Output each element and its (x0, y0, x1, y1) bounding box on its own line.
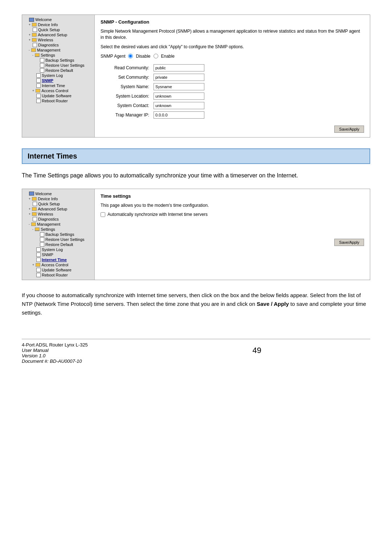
document-icon (40, 63, 44, 67)
tree-expand[interactable]: + (29, 38, 30, 42)
footer-page: 49 (253, 346, 261, 355)
document-icon (36, 83, 41, 88)
field-input[interactable] (154, 102, 204, 109)
document-icon (36, 94, 41, 98)
time-title: Time settings (101, 193, 364, 199)
tree-item[interactable]: Reboot Router (22, 98, 94, 103)
document-icon (33, 202, 37, 206)
field-input[interactable] (154, 83, 204, 90)
tree-expand[interactable]: + (29, 33, 30, 37)
tree-item[interactable]: +Access Control (22, 88, 94, 93)
tree-expand[interactable]: - (29, 222, 30, 226)
snmp-agent-row: SNMP Agent Disable Enable (101, 54, 364, 59)
tree-item[interactable]: -Settings (22, 227, 94, 232)
folder-icon (36, 89, 40, 93)
tree-item[interactable]: Welcome (22, 191, 94, 196)
snmp-enable-radio[interactable] (154, 54, 158, 58)
document-icon (33, 217, 37, 221)
auto-sync-label: Automatically synchronize with Internet … (107, 212, 208, 217)
tree-item[interactable]: Quick Setup (22, 201, 94, 206)
tree-item[interactable]: -Management (22, 222, 94, 227)
snmp-sidebar: Welcome+Device InfoQuick Setup+Advanced … (22, 15, 95, 137)
folder-icon (32, 197, 37, 201)
document-icon (40, 232, 44, 237)
document-icon (36, 247, 41, 252)
tree-item[interactable]: Diagnostics (22, 42, 94, 48)
folder-icon (32, 38, 37, 42)
snmp-save-button[interactable]: Save/Apply (334, 126, 364, 133)
tree-item[interactable]: +Advanced Setup (22, 206, 94, 212)
tree-item[interactable]: -Management (22, 48, 94, 53)
document-icon (40, 68, 44, 73)
tree-item[interactable]: System Log (22, 73, 94, 78)
snmp-enable-label: Enable (161, 54, 175, 59)
tree-item-label: SNMP (42, 253, 53, 257)
tree-item[interactable]: +Wireless (22, 37, 94, 42)
tree-item-label: SNMP (42, 78, 53, 83)
computer-icon (29, 192, 34, 196)
tree-item[interactable]: +Device Info (22, 22, 94, 27)
field-input[interactable] (154, 74, 204, 81)
tree-item[interactable]: Quick Setup (22, 27, 94, 32)
document-icon (36, 273, 41, 277)
tree-expand[interactable]: + (32, 263, 34, 267)
field-input[interactable] (154, 64, 204, 71)
field-input[interactable] (154, 93, 204, 100)
tree-item-label: Settings (41, 53, 55, 57)
tree-item-label: Management (37, 222, 60, 226)
tree-item[interactable]: Backup Settings (22, 232, 94, 237)
snmp-instruction: Select the desired values and click "App… (101, 44, 364, 49)
tree-item[interactable]: +Device Info (22, 196, 94, 201)
tree-item[interactable]: Internet Time (22, 83, 94, 88)
tree-expand[interactable]: - (29, 48, 30, 52)
document-icon (36, 73, 41, 78)
folder-icon (31, 48, 36, 52)
tree-item-label: Restore Default (45, 242, 73, 247)
snmp-disable-radio[interactable] (128, 54, 133, 58)
tree-item[interactable]: +Access Control (22, 262, 94, 267)
tree-item-label: System Log (42, 247, 63, 252)
tree-item[interactable]: +Advanced Setup (22, 32, 94, 37)
tree-item[interactable]: +Wireless (22, 212, 94, 217)
field-label: Read Community: (101, 63, 151, 73)
tree-item[interactable]: Backup Settings (22, 58, 94, 63)
time-description: This page allows you to the modem's time… (101, 202, 364, 209)
tree-expand[interactable]: + (29, 212, 30, 216)
snmp-title: SNMP - Configuration (101, 19, 364, 25)
document-icon (40, 237, 44, 242)
field-input[interactable] (154, 111, 204, 119)
tree-item[interactable]: Restore Default (22, 68, 94, 73)
tree-item[interactable]: Diagnostics (22, 217, 94, 222)
tree-expand[interactable]: + (32, 89, 34, 93)
tree-expand[interactable]: - (32, 227, 33, 231)
tree-expand[interactable]: + (29, 207, 30, 211)
tree-item[interactable]: Internet Time (22, 257, 94, 262)
tree-expand[interactable]: - (32, 53, 33, 57)
tree-expand[interactable]: + (29, 197, 30, 201)
form-row: System Name: (101, 82, 364, 91)
folder-icon (32, 23, 37, 26)
time-save-button[interactable]: Save/Apply (334, 239, 364, 246)
tree-item[interactable]: SNMP (22, 78, 94, 83)
field-label: System Location: (101, 91, 151, 101)
tree-item[interactable]: Welcome (22, 17, 94, 22)
tree-expand[interactable]: + (29, 23, 30, 26)
tree-item[interactable]: Restore User Settings (22, 63, 94, 68)
folder-open-icon (35, 227, 40, 231)
tree-item-label: Internet Time (42, 83, 65, 88)
tree-item[interactable]: Update Software (22, 267, 94, 272)
tree-item[interactable]: Update Software (22, 93, 94, 98)
tree-item[interactable]: -Settings (22, 53, 94, 58)
tree-item[interactable]: Restore User Settings (22, 237, 94, 242)
internet-times-intro: The Time Settings page allows you to aut… (22, 171, 370, 180)
field-label: System Name: (101, 82, 151, 91)
tree-item[interactable]: Restore Default (22, 242, 94, 247)
tree-item[interactable]: SNMP (22, 252, 94, 257)
tree-item-label: Diagnostics (38, 43, 59, 47)
auto-sync-checkbox[interactable] (101, 212, 105, 217)
tree-item[interactable]: Reboot Router (22, 272, 94, 278)
snmp-panel: Welcome+Device InfoQuick Setup+Advanced … (22, 15, 370, 138)
tree-item-label: Access Control (41, 89, 68, 93)
tree-item[interactable]: System Log (22, 247, 94, 252)
folder-icon (36, 263, 40, 267)
